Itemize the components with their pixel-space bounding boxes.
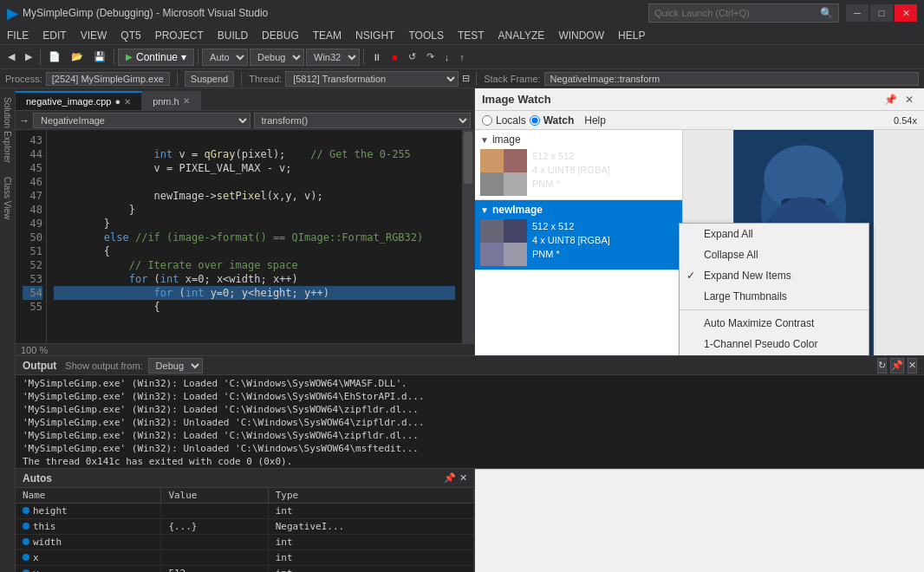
expand-newimage-icon[interactable]: ▼ xyxy=(480,205,489,215)
autos-type-y: int xyxy=(268,566,473,573)
menu-item-debug[interactable]: DEBUG xyxy=(255,26,306,45)
menu-item-view[interactable]: VIEW xyxy=(74,26,114,45)
content-area: negative_image.cpp ● ✕ pnm.h ✕ → Negativ… xyxy=(16,88,924,572)
autos-close-button[interactable]: ✕ xyxy=(459,472,467,484)
menu-item-window[interactable]: WINDOW xyxy=(551,26,611,45)
cm-auto-maximize[interactable]: Auto Maximize Contrast xyxy=(680,313,869,334)
autos-pin-button[interactable]: 📌 xyxy=(444,472,456,484)
pause-button[interactable]: ⏸ xyxy=(368,48,386,67)
menu-item-team[interactable]: TEAM xyxy=(306,26,348,45)
save-button[interactable]: 💾 xyxy=(89,48,110,67)
debug-select[interactable]: Debug xyxy=(250,49,304,66)
locals-radio[interactable] xyxy=(482,115,492,126)
tab-negative-image-cpp[interactable]: negative_image.cpp ● ✕ xyxy=(16,91,142,110)
cm-collapse-all[interactable]: Collapse All xyxy=(680,244,869,265)
output-source-select[interactable]: Debug xyxy=(148,358,203,374)
menu-item-nsight[interactable]: NSIGHT xyxy=(348,26,401,45)
svg-rect-8 xyxy=(480,243,504,266)
cm-expand-all[interactable]: Expand All xyxy=(680,224,869,244)
menu-item-tools[interactable]: TOOLS xyxy=(401,26,450,45)
maximize-button[interactable]: □ xyxy=(870,4,893,22)
toolbar-separator-4 xyxy=(363,49,364,65)
toolbar-sep-proc2 xyxy=(241,72,242,86)
stop-button[interactable]: ■ xyxy=(387,48,402,67)
menu-item-qt5[interactable]: QT5 xyxy=(114,26,147,45)
help-tab[interactable]: Help xyxy=(584,114,606,127)
class-view-tab[interactable]: Class View xyxy=(1,172,14,224)
output-pin-button[interactable]: 📌 xyxy=(890,358,904,374)
stepinto-button[interactable]: ↓ xyxy=(440,48,454,67)
autos-col-name: Name xyxy=(16,488,161,504)
method-selector[interactable]: transform() xyxy=(254,113,472,128)
forward-button[interactable]: ▶ xyxy=(21,48,36,67)
menu-item-edit[interactable]: EDIT xyxy=(36,26,73,45)
iw-newimage-name: newImage xyxy=(492,204,543,216)
stepout-button[interactable]: ↑ xyxy=(455,48,469,67)
restart-button[interactable]: ↺ xyxy=(404,48,420,67)
svg-rect-6 xyxy=(480,219,504,243)
cm-4channel[interactable]: 4-Channel Ignore Alpha xyxy=(680,354,869,355)
svg-rect-2 xyxy=(504,149,527,172)
cm-expand-new-items[interactable]: Expand New Items xyxy=(680,265,869,286)
close-button[interactable]: ✕ xyxy=(895,4,917,22)
cm-1channel[interactable]: 1-Channel Pseudo Color xyxy=(680,334,869,354)
menu-item-help[interactable]: HELP xyxy=(611,26,652,45)
autos-row-this: this {...} NegativeI... xyxy=(16,519,474,535)
stepover-button[interactable]: ↷ xyxy=(422,48,439,67)
code-area: 43 44 45 46 47 48 49 50 51 52 53 54 55 xyxy=(16,130,474,343)
menu-item-file[interactable]: FILE xyxy=(0,26,36,45)
solution-config-select[interactable]: Auto xyxy=(202,49,248,66)
new-file-button[interactable]: 📄 xyxy=(44,48,65,67)
autos-row-width: width int xyxy=(16,535,474,550)
solution-explorer-tab[interactable]: Solution Explorer xyxy=(1,92,14,168)
quick-launch-container: 🔍 xyxy=(648,3,839,23)
watch-radio[interactable] xyxy=(530,115,540,126)
iw-item-image-header[interactable]: ▼ image xyxy=(475,130,682,149)
watch-tab[interactable]: Watch xyxy=(543,114,575,127)
autos-name-this: this xyxy=(16,519,161,535)
cm-large-thumbnails[interactable]: Large Thumbnails xyxy=(680,286,869,307)
locals-tab[interactable]: Locals xyxy=(496,114,526,127)
menu-item-test[interactable]: TEST xyxy=(451,26,491,45)
expand-image-icon[interactable]: ▼ xyxy=(480,135,489,145)
class-selector[interactable]: NegativeImage xyxy=(33,113,251,128)
autos-name-y: y xyxy=(16,566,161,573)
tab-pnm-close-icon[interactable]: ✕ xyxy=(183,96,190,106)
autos-dot-this xyxy=(23,523,29,530)
menu-item-analyze[interactable]: ANALYZE xyxy=(491,26,552,45)
output-line-1: 'MySimpleGimp.exe' (Win32): Loaded 'C:\W… xyxy=(23,377,917,390)
editor-scrollbar-thumb[interactable] xyxy=(464,132,472,184)
platform-select[interactable]: Win32 xyxy=(306,49,360,66)
iw-image-size: 512 x 512 xyxy=(532,149,610,163)
output-refresh-button[interactable]: ↻ xyxy=(877,358,887,374)
output-line-4: 'MySimpleGimp.exe' (Win32): Unloaded 'C:… xyxy=(23,416,917,429)
image-watch-panel: Image Watch 📌 ✕ Locals Watch Help 0.54x xyxy=(475,88,924,355)
quick-launch-input[interactable] xyxy=(654,8,820,18)
image-watch-title: Image Watch xyxy=(482,93,551,106)
iw-pin-button[interactable]: 📌 xyxy=(882,92,898,107)
tab-close-icon[interactable]: ✕ xyxy=(124,97,131,107)
iw-item-newimage-header[interactable]: ▼ newImage xyxy=(475,200,682,219)
menu-item-build[interactable]: BUILD xyxy=(211,26,255,45)
open-button[interactable]: 📂 xyxy=(67,48,88,67)
minimize-button[interactable]: ─ xyxy=(846,4,869,22)
menu-item-project[interactable]: PROJECT xyxy=(148,26,211,45)
code-line-50: else //if (image->format() == QImage::Fo… xyxy=(54,231,455,244)
back-button[interactable]: ◀ xyxy=(3,48,19,67)
thread-select[interactable]: [5812] Transformation xyxy=(285,71,459,87)
iw-image-type: 4 x UINT8 [RGBA] xyxy=(532,163,610,177)
iw-close-button[interactable]: ✕ xyxy=(901,92,917,107)
suspend-button[interactable]: Suspend xyxy=(185,71,234,87)
iw-item-newimage[interactable]: ▼ newImage xyxy=(475,200,682,270)
code-line-47: newImage->setPixel(x,y, v); xyxy=(54,189,455,203)
stackframe-label: Stack Frame: xyxy=(484,74,540,84)
nav-back-icon[interactable]: → xyxy=(19,114,29,127)
editor-scrollbar[interactable] xyxy=(462,130,474,343)
continue-button[interactable]: ▶ Continue ▾ xyxy=(118,49,194,66)
image-watch-header: Image Watch 📌 ✕ xyxy=(475,88,924,111)
process-label: Process: xyxy=(5,74,42,84)
continue-label: Continue xyxy=(136,51,178,63)
tab-pnm-h[interactable]: pnm.h ✕ xyxy=(142,91,201,110)
iw-item-image[interactable]: ▼ image xyxy=(475,130,682,200)
output-close-button[interactable]: ✕ xyxy=(908,358,917,374)
